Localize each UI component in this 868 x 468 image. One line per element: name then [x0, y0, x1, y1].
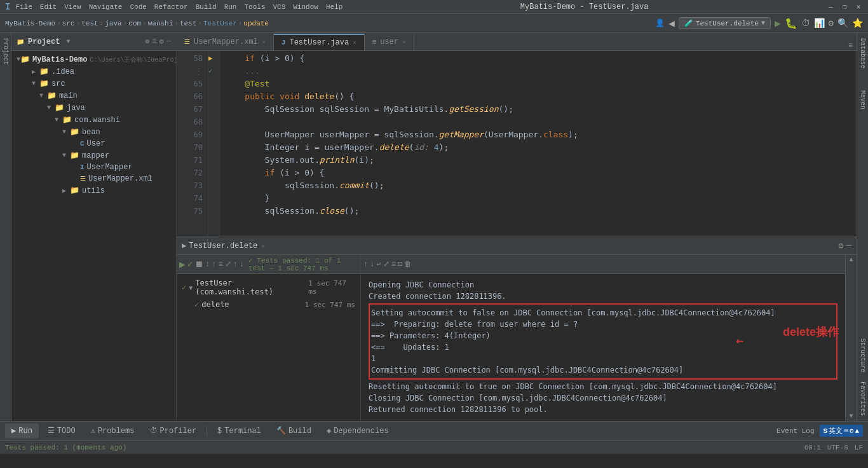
breadcrumb-com[interactable]: com	[128, 20, 141, 27]
menu-tools[interactable]: Tools	[244, 3, 265, 11]
run-button[interactable]: ▶	[775, 17, 781, 30]
output-up-icon[interactable]: ↑	[363, 260, 368, 269]
tree-item-main[interactable]: ▼ 📁 main	[11, 90, 176, 102]
sort-asc-icon[interactable]: ↑	[212, 260, 216, 269]
output-delete-icon[interactable]: 🗑	[404, 259, 412, 269]
expand-icon[interactable]: ⤢	[225, 259, 231, 269]
back-icon[interactable]: ◀	[668, 17, 675, 30]
menu-refactor[interactable]: Refactor	[154, 3, 188, 11]
tree-item-root[interactable]: ▼ 📁 MyBatis-Demo C:\Users\王会称\IdeaProjec…	[11, 53, 176, 65]
menu-edit[interactable]: Edit	[40, 3, 57, 11]
run-config-dropdown[interactable]: 🧪 TestUser.delete ▼	[679, 17, 771, 29]
output-expand-icon[interactable]: ⤢	[383, 259, 390, 269]
scroll-up-icon[interactable]: ▲	[849, 256, 853, 263]
sidebar-dropdown[interactable]: ▼	[66, 38, 70, 45]
run-tab-label[interactable]: TestUser.delete	[189, 242, 257, 251]
footer-tab-terminal[interactable]: $ Terminal	[211, 424, 268, 438]
breadcrumb-wanshi[interactable]: wanshi	[148, 20, 173, 27]
breadcrumb-src[interactable]: src	[62, 20, 75, 27]
footer-tab-profiler[interactable]: ⏱ Profiler	[144, 423, 203, 438]
sort-icon[interactable]: ↕	[205, 260, 210, 269]
breadcrumb-test2[interactable]: test	[180, 20, 196, 27]
tree-item-mapper[interactable]: ▼ 📁 mapper	[11, 149, 176, 162]
tab-close-xml[interactable]: ✕	[262, 38, 266, 46]
menu-window[interactable]: Window	[293, 3, 318, 11]
breadcrumb-test[interactable]: test	[81, 20, 98, 27]
output-sort-icon[interactable]: ⊡	[398, 259, 402, 269]
menu-help[interactable]: Help	[326, 3, 342, 11]
menu-view[interactable]: View	[64, 3, 81, 11]
run-check-icon[interactable]: ✓	[187, 259, 193, 270]
tree-item-java[interactable]: ▼ 📁 java	[11, 102, 176, 114]
database-tab[interactable]: Database	[858, 36, 867, 71]
profile-button[interactable]: 📊	[814, 18, 825, 29]
scroll-down-icon[interactable]: ▼	[849, 413, 853, 420]
tree-item-comwanshi[interactable]: ▼ 📁 com.wanshi	[11, 114, 176, 126]
tree-item-usermapper[interactable]: ▶ I UserMapper	[11, 162, 176, 173]
minimize-button[interactable]: —	[826, 3, 835, 11]
breadcrumb-project[interactable]: MyBatis-Demo	[5, 20, 55, 27]
breadcrumb-testuser[interactable]: TestUser	[203, 20, 237, 27]
close-sidebar-icon[interactable]: —	[166, 37, 171, 46]
tab-user-db[interactable]: ⊞ user ✕	[365, 34, 414, 50]
sidebar-collapse-icon[interactable]: 📁	[17, 38, 24, 46]
menu-bar[interactable]: File Edit View Navigate Code Refactor Bu…	[15, 3, 342, 11]
window-controls[interactable]: — ❐ ✕	[826, 3, 863, 11]
maven-tab[interactable]: Maven	[858, 88, 867, 112]
tab-close-java[interactable]: ✕	[353, 39, 356, 46]
menu-build[interactable]: Build	[196, 3, 217, 11]
tree-item-src[interactable]: ▼ 📁 src	[11, 78, 176, 90]
prev-fail-icon[interactable]: ↑	[233, 260, 238, 269]
code-content[interactable]: if (i > 0) { ... @Test public void delet…	[220, 51, 857, 237]
run-tab-close[interactable]: ✕	[261, 242, 265, 250]
debug-button[interactable]: 🐛	[785, 17, 797, 30]
add-icon[interactable]: ⊕	[145, 37, 149, 46]
output-filter-icon[interactable]: ≡	[391, 260, 396, 269]
tree-item-bean[interactable]: ▼ 📁 bean	[11, 126, 176, 138]
structure-tab[interactable]: Structure	[858, 336, 867, 375]
menu-code[interactable]: Code	[130, 3, 146, 11]
footer-tab-todo[interactable]: ☰ TODO	[41, 423, 82, 438]
tree-item-usermapper-xml[interactable]: ▶ ☰ UserMapper.xml	[11, 173, 176, 184]
minimize-panel-icon[interactable]: —	[846, 240, 851, 251]
recent-files-icon[interactable]: ≡	[848, 41, 853, 50]
tree-item-idea[interactable]: ▶ 📁 .idea	[11, 65, 176, 78]
search-icon[interactable]: 🔍	[837, 18, 848, 29]
next-fail-icon[interactable]: ↓	[240, 260, 244, 269]
output-wrap-icon[interactable]: ↩	[376, 259, 381, 269]
search-everywhere-icon[interactable]: 👤	[655, 18, 665, 28]
user-icon[interactable]: ⭐	[852, 18, 863, 29]
filter-icon[interactable]: ≡	[218, 260, 222, 269]
run-output[interactable]: Opening JDBC Connection Created connecti…	[361, 274, 845, 421]
footer-tab-build[interactable]: 🔨 Build	[270, 423, 318, 438]
footer-eventlog[interactable]: Event Log	[776, 427, 814, 435]
maximize-button[interactable]: ❐	[840, 3, 849, 11]
tab-testuser-java[interactable]: J TestUser.java ✕	[274, 34, 365, 50]
encoding[interactable]: UTF-8	[827, 444, 848, 451]
footer-tab-dependencies[interactable]: ◈ Dependencies	[320, 423, 395, 438]
run-tree-root[interactable]: ✓ ▼ TestUser (com.wanshi.test) 1 sec 747…	[182, 277, 355, 298]
menu-vcs[interactable]: VCS	[273, 3, 286, 11]
breadcrumb-java[interactable]: java	[105, 20, 121, 27]
project-tab[interactable]: Project	[1, 36, 10, 67]
line-col[interactable]: 60:1	[804, 444, 820, 451]
gear-icon[interactable]: ⚙	[159, 37, 164, 46]
close-button[interactable]: ✕	[854, 3, 863, 11]
coverage-button[interactable]: ⏱	[801, 18, 810, 29]
line-sep[interactable]: LF	[855, 444, 863, 451]
tree-item-user[interactable]: ▶ C User	[11, 138, 176, 149]
menu-file[interactable]: File	[15, 3, 32, 11]
footer-tab-problems[interactable]: ⚠ Problems	[85, 423, 141, 438]
stop-icon[interactable]: ⏹	[194, 259, 203, 270]
tree-item-utils[interactable]: ▶ 📁 utils	[11, 184, 176, 196]
menu-navigate[interactable]: Navigate	[89, 3, 123, 11]
run-again-icon[interactable]: ▶	[179, 258, 186, 271]
breadcrumb-update[interactable]: update	[243, 20, 269, 27]
collapse-icon[interactable]: ≡	[152, 37, 156, 46]
output-down-icon[interactable]: ↓	[370, 260, 374, 269]
favorites-tab[interactable]: Favorites	[858, 379, 867, 418]
settings-icon[interactable]: ⚙	[829, 18, 834, 29]
settings-icon[interactable]: ⚙	[838, 240, 843, 251]
run-tree-child[interactable]: ✓ delete 1 sec 747 ms	[182, 298, 355, 311]
tab-close-db[interactable]: ✕	[402, 38, 406, 46]
